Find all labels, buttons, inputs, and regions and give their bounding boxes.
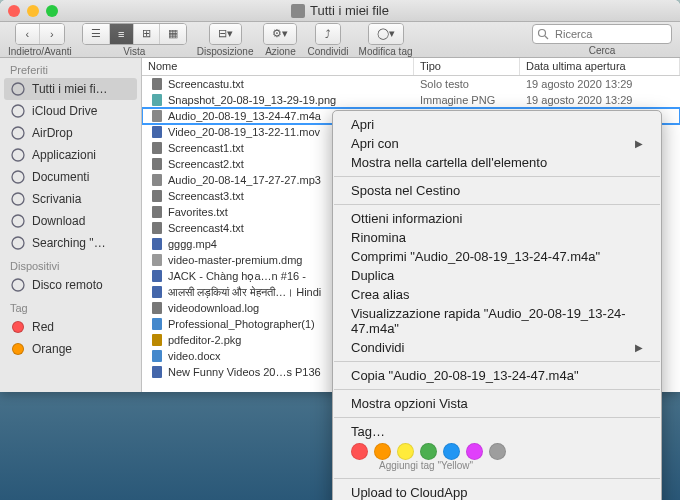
icon-view-button[interactable]: ☰ (83, 24, 110, 44)
sidebar-item-remote-disc[interactable]: Disco remoto (0, 274, 141, 296)
file-name: Screencast2.txt (168, 158, 244, 170)
sidebar-item-download[interactable]: Download (0, 210, 141, 232)
ctx-view-options[interactable]: Mostra opzioni Vista (333, 394, 661, 413)
sidebar-item-label: Tutti i miei fi… (32, 82, 108, 96)
search-input[interactable] (532, 24, 672, 44)
ctx-share[interactable]: Condividi▶ (333, 338, 661, 357)
ctx-copy[interactable]: Copia "Audio_20-08-19_13-24-47.m4a" (333, 366, 661, 385)
column-view-button[interactable]: ⊞ (134, 24, 160, 44)
search-label: Cerca (589, 45, 616, 56)
tag-color-button[interactable] (374, 443, 391, 460)
sidebar-item-label: Applicazioni (32, 148, 96, 162)
audio-icon (150, 109, 164, 123)
minimize-button[interactable] (27, 5, 39, 17)
action-label: Azione (265, 46, 296, 57)
svg-rect-15 (152, 142, 162, 154)
tag-color-button[interactable] (351, 443, 368, 460)
doc-icon (150, 349, 164, 363)
chevron-right-icon: ▶ (635, 342, 643, 353)
file-name: New Funny Videos 20…s P136 (168, 366, 321, 378)
sidebar-item-label: Scrivania (32, 192, 81, 206)
gallery-view-button[interactable]: ▦ (160, 24, 186, 44)
action-group: ⚙▾ Azione (263, 23, 297, 57)
table-row[interactable]: Snapshot_20-08-19_13-29-19.pngImmagine P… (142, 92, 680, 108)
sidebar-item-airdrop[interactable]: AirDrop (0, 122, 141, 144)
arrange-group: ⊟▾ Disposizione (197, 23, 254, 57)
ctx-duplicate[interactable]: Duplica (333, 266, 661, 285)
sidebar-item-search[interactable]: Searching "… (0, 232, 141, 254)
table-row[interactable]: Screencastu.txtSolo testo19 agosto 2020 … (142, 76, 680, 92)
svg-rect-28 (152, 350, 162, 362)
search-group: Cerca (532, 24, 672, 56)
file-name: videodownload.log (168, 302, 259, 314)
file-name: Audio_20-08-14_17-27-27.mp3 (168, 174, 321, 186)
ctx-make-alias[interactable]: Crea alias (333, 285, 661, 304)
back-button[interactable]: ‹ (16, 24, 40, 44)
list-view-button[interactable]: ≡ (110, 24, 134, 44)
file-name: Favorites.txt (168, 206, 228, 218)
tag-color-button[interactable] (397, 443, 414, 460)
close-button[interactable] (8, 5, 20, 17)
svg-rect-20 (152, 222, 162, 234)
action-button[interactable]: ⚙▾ (264, 24, 296, 44)
svg-point-2 (12, 83, 24, 95)
view-group: ☰ ≡ ⊞ ▦ Vista (82, 23, 187, 57)
download-icon (10, 213, 26, 229)
share-button[interactable]: ⤴ (316, 24, 340, 44)
svg-point-7 (12, 193, 24, 205)
nav-label: Indietro/Avanti (8, 46, 72, 57)
tag-color-button[interactable] (420, 443, 437, 460)
separator (334, 204, 660, 205)
svg-rect-24 (152, 286, 162, 298)
file-name: Snapshot_20-08-19_13-29-19.png (168, 94, 336, 106)
ctx-quick-look[interactable]: Visualizzazione rapida "Audio_20-08-19_1… (333, 304, 661, 338)
forward-button[interactable]: › (40, 24, 64, 44)
separator (334, 361, 660, 362)
svg-point-3 (12, 105, 24, 117)
svg-rect-27 (152, 334, 162, 346)
txt-icon (150, 301, 164, 315)
tag-hint: Aggiungi tag "Yellow" (333, 460, 661, 474)
search-icon (10, 235, 26, 251)
col-date-header[interactable]: Data ultima apertura (520, 58, 680, 75)
edit-tags-button[interactable]: ◯▾ (369, 24, 403, 44)
sidebar-item-desktop[interactable]: Scrivania (0, 188, 141, 210)
ctx-get-info[interactable]: Ottieni informazioni (333, 209, 661, 228)
sidebar: Preferiti Tutti i miei fi…iCloud DriveAi… (0, 58, 142, 392)
ctx-move-trash[interactable]: Sposta nel Cestino (333, 181, 661, 200)
svg-rect-29 (152, 366, 162, 378)
file-name: आलसी लड़कियां और मेहनती…। Hindi (168, 286, 321, 299)
ctx-compress[interactable]: Comprimi "Audio_20-08-19_13-24-47.m4a" (333, 247, 661, 266)
sidebar-tag[interactable]: Red (0, 316, 141, 338)
sidebar-item-cloud[interactable]: iCloud Drive (0, 100, 141, 122)
sidebar-item-apps[interactable]: Applicazioni (0, 144, 141, 166)
ctx-rename[interactable]: Rinomina (333, 228, 661, 247)
all-files-icon (10, 81, 26, 97)
sidebar-item-documents[interactable]: Documenti (0, 166, 141, 188)
svg-point-10 (12, 279, 24, 291)
svg-rect-16 (152, 158, 162, 170)
sidebar-item-all-files[interactable]: Tutti i miei fi… (4, 78, 137, 100)
ctx-open[interactable]: Apri (333, 115, 661, 134)
video-icon (150, 365, 164, 379)
col-name-header[interactable]: Nome (142, 58, 414, 75)
tag-color-button[interactable] (466, 443, 483, 460)
zoom-button[interactable] (46, 5, 58, 17)
svg-rect-25 (152, 302, 162, 314)
video-icon (150, 269, 164, 283)
tag-color-button[interactable] (443, 443, 460, 460)
ctx-tag[interactable]: Tag… (333, 422, 661, 441)
ctx-upload-cloudapp[interactable]: Upload to CloudApp (333, 483, 661, 500)
window-title-text: Tutti i miei file (310, 3, 389, 18)
file-type: Immagine PNG (414, 94, 520, 106)
arrange-label: Disposizione (197, 46, 254, 57)
svg-point-5 (12, 149, 24, 161)
ctx-open-with[interactable]: Apri con▶ (333, 134, 661, 153)
ctx-show-in-folder[interactable]: Mostra nella cartella dell'elemento (333, 153, 661, 172)
txt-icon (150, 205, 164, 219)
sidebar-tag[interactable]: Orange (0, 338, 141, 360)
arrange-button[interactable]: ⊟▾ (210, 24, 241, 44)
tag-color-button[interactable] (489, 443, 506, 460)
col-type-header[interactable]: Tipo (414, 58, 520, 75)
column-headers: Nome Tipo Data ultima apertura (142, 58, 680, 76)
